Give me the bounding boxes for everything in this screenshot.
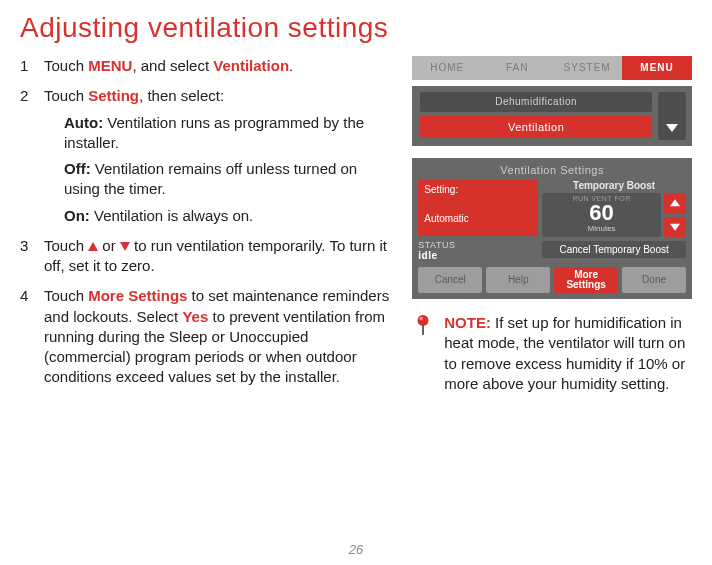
- note: NOTE: If set up for humidification in he…: [412, 313, 692, 394]
- text: , then select:: [139, 87, 224, 104]
- yes-keyword: Yes: [182, 308, 208, 325]
- menu-item-dehumidification[interactable]: Dehumidification: [420, 92, 652, 112]
- text: Touch: [44, 237, 88, 254]
- status-value: idle: [418, 250, 437, 261]
- setting-value: Automatic: [424, 213, 532, 224]
- tab-system[interactable]: SYSTEM: [552, 56, 622, 80]
- ventilation-keyword: Ventilation: [213, 57, 289, 74]
- step-1: Touch MENU, and select Ventilation.: [20, 56, 394, 76]
- page-title: Adjusting ventilation settings: [20, 12, 692, 44]
- boost-down-button[interactable]: [664, 217, 686, 238]
- page-number: 26: [349, 542, 363, 557]
- help-button[interactable]: Help: [486, 267, 550, 293]
- setting-button[interactable]: Setting: Automatic: [418, 180, 538, 236]
- text: Touch: [44, 57, 88, 74]
- more-settings-keyword: More Settings: [88, 287, 187, 304]
- panel-title: Ventilation Settings: [418, 164, 686, 176]
- tab-menu[interactable]: MENU: [622, 56, 692, 80]
- cancel-button[interactable]: Cancel: [418, 267, 482, 293]
- boost-title: Temporary Boost: [542, 180, 686, 191]
- text: Ventilation remains off unless turned on…: [64, 160, 357, 197]
- tab-fan[interactable]: FAN: [482, 56, 552, 80]
- menu-list: Dehumidification Ventilation: [412, 86, 692, 146]
- cancel-boost-button[interactable]: Cancel Temporary Boost: [542, 241, 686, 258]
- auto-label: Auto:: [64, 114, 103, 131]
- menu-item-ventilation[interactable]: Ventilation: [420, 116, 652, 138]
- svg-point-1: [420, 317, 424, 321]
- thermostat-tab-bar: HOME FAN SYSTEM MENU: [412, 56, 692, 80]
- arrow-up-icon: [88, 242, 98, 251]
- boost-value: 60: [542, 202, 661, 224]
- instruction-list: Touch MENU, and select Ventilation. Touc…: [20, 56, 394, 388]
- substep-off: Off: Ventilation remains off unless turn…: [64, 159, 394, 200]
- scroll-down-button[interactable]: [658, 92, 686, 140]
- text: , and select: [132, 57, 213, 74]
- ventilation-settings-panel: Ventilation Settings Setting: Automatic …: [412, 158, 692, 299]
- on-label: On:: [64, 207, 90, 224]
- text: Touch: [44, 287, 88, 304]
- pushpin-icon: [412, 313, 436, 394]
- note-label: NOTE:: [444, 314, 491, 331]
- boost-unit: Minutes: [542, 224, 661, 233]
- step-4: Touch More Settings to set maintenance r…: [20, 286, 394, 387]
- tab-home[interactable]: HOME: [412, 56, 482, 80]
- step-2: Touch Setting, then select: Auto: Ventil…: [20, 86, 394, 226]
- menu-keyword: MENU: [88, 57, 132, 74]
- step-3: Touch or to run ventilation temporarily.…: [20, 236, 394, 277]
- text: Ventilation runs as programmed by the in…: [64, 114, 364, 151]
- text: Ventilation is always on.: [90, 207, 253, 224]
- setting-keyword: Setting: [88, 87, 139, 104]
- text: .: [289, 57, 293, 74]
- setting-label: Setting:: [424, 184, 532, 195]
- substep-auto: Auto: Ventilation runs as programmed by …: [64, 113, 394, 154]
- text: or: [98, 237, 120, 254]
- substep-on: On: Ventilation is always on.: [64, 206, 394, 226]
- more-settings-button[interactable]: More Settings: [554, 267, 618, 293]
- done-button[interactable]: Done: [622, 267, 686, 293]
- text: Touch: [44, 87, 88, 104]
- off-label: Off:: [64, 160, 91, 177]
- status-label: STATUS: [418, 240, 455, 250]
- boost-up-button[interactable]: [664, 193, 686, 214]
- boost-display: RUN VENT FOR 60 Minutes: [542, 193, 661, 237]
- svg-point-0: [418, 315, 429, 326]
- arrow-down-icon: [120, 242, 130, 251]
